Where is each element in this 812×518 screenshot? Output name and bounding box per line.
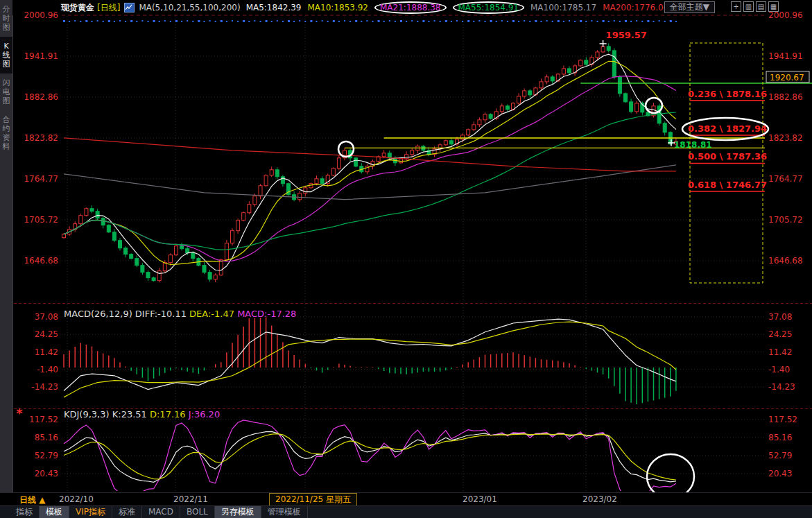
tab-管理模板[interactable]: 管理模板 — [261, 506, 308, 518]
period-dropdown[interactable]: 日线 ▲ — [19, 494, 45, 506]
pane-export-icon[interactable]: ▦ — [768, 1, 779, 12]
ma-value-label: MA10:1853.92 — [308, 3, 369, 12]
ma-settings-label: MA(5,10,21,55,100,200) — [139, 3, 240, 12]
app-window: 分时图K线图闪电图合约资料 现货黄金 [日线] MA(5,10,21,55,10… — [0, 0, 812, 518]
symbol-title: 现货黄金 — [61, 2, 94, 14]
header-toolbar: +▥▤▦ — [731, 1, 779, 12]
chart-area[interactable] — [12, 15, 812, 492]
ma-value-label: MA21:1888.38 — [374, 1, 447, 14]
ma-value-label: MA55:1854.91 — [453, 1, 525, 14]
mini-chart-icon — [124, 3, 135, 12]
chart-header: 现货黄金 [日线] MA(5,10,21,55,100,200) MA5:184… — [12, 0, 812, 15]
time-axis-label: 2022/10 — [59, 494, 94, 504]
sidebar-item-分时图[interactable]: 分时图 — [0, 0, 12, 37]
ma-values: MA5:1842.39MA10:1853.92MA21:1888.38MA55:… — [246, 3, 675, 12]
tab-VIP指标[interactable]: VIP指标 — [69, 506, 112, 518]
sidebar-item-闪电图[interactable]: 闪电图 — [0, 74, 12, 110]
tab-MACD[interactable]: MACD — [142, 506, 180, 518]
ma-value-label: MA100:1785.17 — [530, 3, 596, 12]
tab-模板[interactable]: 模板 — [40, 506, 69, 518]
period-tag: [日线] — [97, 2, 120, 14]
pane-layout-icon[interactable]: ▥ — [743, 1, 754, 12]
time-axis-row: 日线 ▲ 2022/102022/112023/012023/02 2022/1… — [0, 492, 812, 506]
ma-value-label: MA200:1776.00 — [603, 3, 668, 12]
time-axis-label: 2023/01 — [463, 494, 497, 504]
ma-value-label: MA5:1842.39 — [246, 3, 302, 12]
sidebar-item-合约资料[interactable]: 合约资料 — [0, 110, 12, 156]
pane-shift-icon[interactable]: ▤ — [756, 1, 766, 12]
tab-标准[interactable]: 标准 — [112, 506, 142, 518]
theme-selector-button[interactable]: 全部主题▼ — [664, 1, 715, 13]
bottom-tab-bar: 指标模板VIP指标标准MACDBOLL另存模板管理模板 — [0, 506, 812, 518]
move-icon[interactable]: + — [731, 1, 741, 12]
time-axis-label: 2022/11 — [173, 494, 208, 504]
left-sidebar: 分时图K线图闪电图合约资料 — [0, 0, 13, 518]
tab-BOLL[interactable]: BOLL — [180, 506, 215, 518]
tab-另存模板[interactable]: 另存模板 — [215, 506, 261, 518]
sidebar-item-K线图[interactable]: K线图 — [0, 37, 12, 74]
crosshair-date-label: 2022/11/25 星期五 — [269, 493, 357, 506]
tab-指标[interactable]: 指标 — [10, 506, 40, 518]
time-axis-label: 2023/02 — [582, 494, 617, 504]
